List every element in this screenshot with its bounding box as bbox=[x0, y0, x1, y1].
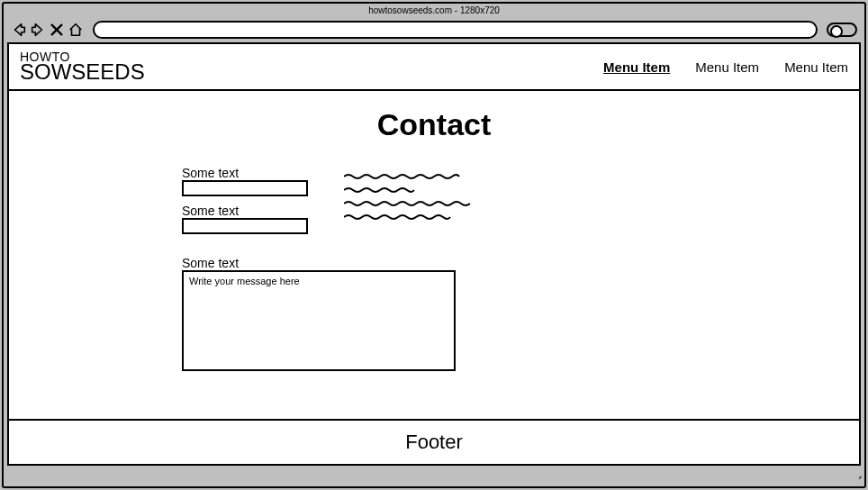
resize-grip-icon[interactable]: ⸗ bbox=[858, 472, 861, 483]
site-footer: Footer bbox=[9, 419, 859, 464]
menu-item-2[interactable]: Menu Item bbox=[695, 59, 759, 75]
home-icon[interactable] bbox=[68, 22, 84, 38]
field1-input[interactable] bbox=[182, 180, 308, 196]
back-icon[interactable] bbox=[11, 22, 27, 38]
site-header: HOWTO SOWSEEDS Menu Item Menu Item Menu … bbox=[9, 44, 859, 91]
close-icon[interactable] bbox=[49, 22, 65, 38]
message-textarea[interactable] bbox=[182, 270, 456, 371]
field2-input[interactable] bbox=[182, 218, 308, 234]
field2-label: Some text bbox=[182, 204, 308, 218]
browser-chrome: howtosowseeds.com - 1280x720 HOWTO SOWSE… bbox=[2, 2, 866, 488]
menu-item-1[interactable]: Menu Item bbox=[603, 59, 670, 75]
window-title: howtosowseeds.com - 1280x720 bbox=[4, 4, 864, 17]
toggle-control[interactable] bbox=[827, 23, 857, 37]
info-text-block bbox=[344, 164, 479, 227]
squiggle-line-4 bbox=[344, 213, 479, 221]
squiggle-line-2 bbox=[344, 186, 479, 194]
squiggle-line-3 bbox=[344, 200, 479, 207]
logo-bottom-text: SOWSEEDS bbox=[20, 63, 145, 81]
page-title: Contact bbox=[377, 107, 492, 142]
address-bar[interactable] bbox=[93, 21, 818, 39]
message-label: Some text bbox=[182, 256, 686, 270]
squiggle-line-1 bbox=[344, 173, 479, 180]
main-menu: Menu Item Menu Item Menu Item bbox=[603, 59, 848, 75]
field1-label: Some text bbox=[182, 166, 308, 180]
menu-item-3[interactable]: Menu Item bbox=[784, 59, 848, 75]
main-content: Contact Some text Some text bbox=[9, 91, 859, 419]
browser-toolbar bbox=[4, 17, 864, 42]
site-logo[interactable]: HOWTO SOWSEEDS bbox=[20, 52, 145, 81]
page-viewport: HOWTO SOWSEEDS Menu Item Menu Item Menu … bbox=[7, 42, 861, 466]
forward-icon[interactable] bbox=[30, 22, 46, 38]
contact-form: Some text Some text Some text bbox=[182, 164, 686, 375]
